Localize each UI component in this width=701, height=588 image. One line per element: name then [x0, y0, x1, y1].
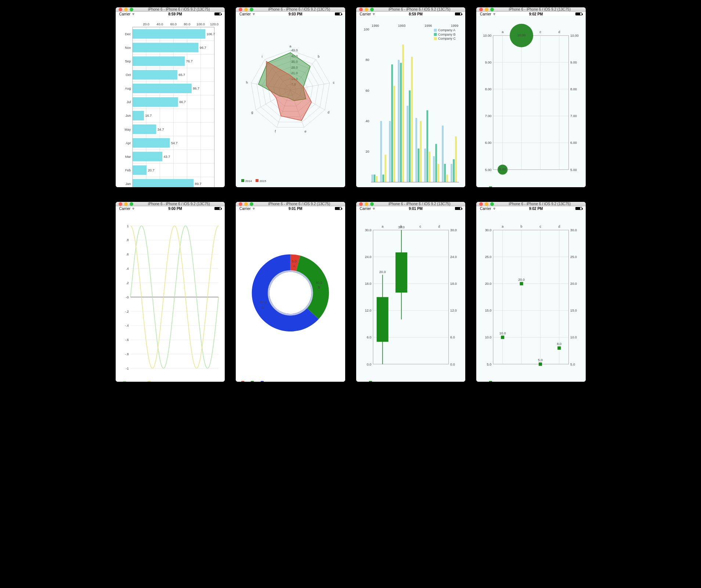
chart-area: 7.014.021.028.035.042.049.0abcdefghi2014…	[236, 16, 345, 187]
svg-text:d: d	[328, 110, 329, 114]
zoom-icon[interactable]	[490, 202, 494, 206]
wifi-icon: ᯤ	[493, 206, 497, 211]
close-icon[interactable]	[239, 202, 242, 206]
svg-text:86.7: 86.7	[193, 87, 199, 90]
zoom-icon[interactable]	[250, 8, 253, 11]
svg-rect-229	[395, 253, 407, 293]
svg-rect-111	[389, 121, 391, 182]
close-icon[interactable]	[119, 202, 122, 206]
minimize-icon[interactable]	[244, 202, 248, 206]
svg-text:c: c	[333, 81, 335, 84]
minimize-icon[interactable]	[365, 202, 368, 206]
svg-rect-21	[132, 57, 184, 66]
svg-text:Mar: Mar	[125, 155, 131, 159]
svg-rect-37	[132, 111, 144, 120]
minimize-icon[interactable]	[244, 8, 248, 11]
svg-rect-121	[418, 149, 419, 182]
close-icon[interactable]	[479, 202, 483, 206]
svg-text:15.0: 15.0	[570, 309, 577, 312]
window-controls[interactable]	[239, 202, 253, 206]
window-controls[interactable]	[479, 202, 494, 206]
svg-text:0.0: 0.0	[450, 363, 455, 366]
svg-text:.4: .4	[126, 267, 129, 271]
svg-text:8.00: 8.00	[485, 87, 492, 91]
svg-text:16.7: 16.7	[145, 114, 152, 118]
titlebar: iPhone 6 - iPhone 6 / iOS 9.2 (13C75)	[236, 202, 345, 206]
simulator-window: iPhone 6 - iPhone 6 / iOS 9.2 (13C75) Ca…	[116, 7, 225, 187]
svg-text:g: g	[251, 110, 253, 114]
svg-text:6.0: 6.0	[450, 335, 455, 339]
svg-text:1993: 1993	[398, 24, 405, 28]
status-bar: Carrierᯤ 9:01 PM	[236, 206, 345, 211]
close-icon[interactable]	[119, 8, 122, 11]
close-icon[interactable]	[239, 8, 242, 11]
chart-area: 20.040.060.080.0100.0120.0Dec106.7Nov96.…	[116, 16, 225, 187]
minimize-icon[interactable]	[124, 8, 128, 11]
svg-rect-105	[371, 175, 373, 182]
window-title: iPhone 6 - iPhone 6 / iOS 9.2 (13C75)	[377, 7, 463, 11]
svg-rect-132	[451, 164, 452, 182]
carrier-label: Carrier	[119, 207, 131, 211]
zoom-icon[interactable]	[130, 202, 133, 206]
svg-text:C: C	[262, 306, 264, 309]
minimize-icon[interactable]	[485, 202, 488, 206]
svg-text:60: 60	[365, 89, 369, 92]
carrier-label: Carrier	[480, 12, 491, 16]
svg-text:54.7: 54.7	[171, 141, 177, 145]
zoom-icon[interactable]	[250, 202, 253, 206]
zoom-icon[interactable]	[370, 8, 374, 11]
svg-rect-117	[406, 106, 408, 182]
window-controls[interactable]	[479, 8, 494, 11]
window-title: iPhone 6 - iPhone 6 / iOS 9.2 (13C75)	[497, 202, 583, 206]
svg-text:80: 80	[365, 58, 369, 62]
window-controls[interactable]	[359, 202, 374, 206]
simulator-window: iPhone 6 - iPhone 6 / iOS 9.2 (13C75) Ca…	[476, 7, 586, 187]
status-time: 8:59 PM	[376, 12, 455, 16]
window-controls[interactable]	[239, 8, 253, 11]
svg-text:10.00: 10.00	[570, 34, 579, 37]
svg-text:.2: .2	[126, 281, 129, 285]
svg-text:Jan: Jan	[125, 182, 131, 186]
chart-area: 5.05.010.010.015.015.020.020.025.025.030…	[476, 211, 586, 382]
svg-text:Feb: Feb	[125, 168, 131, 172]
zoom-icon[interactable]	[370, 202, 374, 206]
titlebar: iPhone 6 - iPhone 6 / iOS 9.2 (13C75)	[356, 202, 466, 206]
zoom-icon[interactable]	[130, 8, 133, 11]
svg-text:Oct: Oct	[126, 73, 131, 77]
zoom-icon[interactable]	[490, 8, 494, 11]
status-time: 9:02 PM	[497, 12, 575, 16]
minimize-icon[interactable]	[124, 202, 128, 206]
status-bar: Carrierᯤ 9:00 PM	[116, 206, 225, 211]
titlebar: iPhone 6 - iPhone 6 / iOS 9.2 (13C75)	[476, 7, 586, 12]
svg-text:43.7: 43.7	[163, 155, 170, 159]
wifi-icon: ᯤ	[493, 12, 497, 16]
svg-text:h: h	[246, 81, 248, 84]
svg-text:1: 1	[127, 224, 129, 228]
minimize-icon[interactable]	[485, 8, 488, 11]
svg-text:b: b	[521, 225, 523, 228]
battery-icon	[455, 207, 462, 210]
window-title: iPhone 6 - iPhone 6 / iOS 9.2 (13C75)	[497, 7, 583, 11]
svg-text:.6: .6	[126, 253, 129, 256]
svg-text:76.7: 76.7	[186, 59, 192, 63]
svg-text:34.7: 34.7	[157, 128, 164, 131]
svg-text:a: a	[502, 225, 504, 228]
legend: 2015	[489, 381, 500, 382]
minimize-icon[interactable]	[365, 8, 368, 11]
window-controls[interactable]	[119, 202, 133, 206]
window-title: iPhone 6 - iPhone 6 / iOS 9.2 (13C75)	[256, 7, 342, 11]
close-icon[interactable]	[359, 8, 363, 11]
close-icon[interactable]	[479, 8, 483, 11]
svg-point-201	[268, 271, 312, 315]
window-controls[interactable]	[359, 8, 374, 11]
svg-text:24.0: 24.0	[450, 255, 457, 259]
close-icon[interactable]	[359, 202, 363, 206]
svg-rect-131	[446, 175, 448, 182]
svg-text:40.0: 40.0	[156, 22, 163, 26]
svg-text:100: 100	[364, 28, 369, 31]
svg-text:5.0: 5.0	[487, 363, 492, 366]
battery-icon	[335, 207, 342, 210]
svg-text:a: a	[502, 30, 504, 34]
window-controls[interactable]	[119, 8, 133, 11]
svg-rect-258	[501, 335, 504, 339]
